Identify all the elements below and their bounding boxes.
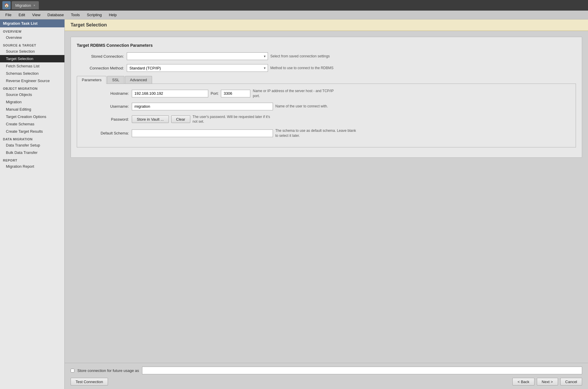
content-area: Target Selection Target RDBMS Connection… bbox=[65, 19, 588, 389]
action-buttons-row: Test Connection < Back Next > Cancel bbox=[71, 378, 582, 385]
bottom-bar: Store connection for future usage as Tes… bbox=[65, 363, 588, 389]
clear-password-button[interactable]: Clear bbox=[171, 115, 190, 123]
menu-database[interactable]: Database bbox=[44, 11, 67, 18]
sidebar-item-source-selection[interactable]: Source Selection bbox=[0, 48, 64, 55]
username-row: Username: Name of the user to connect wi… bbox=[82, 103, 571, 110]
menu-view[interactable]: View bbox=[29, 11, 43, 18]
sidebar-section-overview: OVERVIEW bbox=[0, 27, 64, 34]
sidebar-item-overview[interactable]: Overview bbox=[0, 34, 64, 41]
username-input[interactable] bbox=[132, 103, 273, 110]
connection-method-hint: Method to use to connect to the RDBMS bbox=[270, 66, 334, 71]
connection-method-label: Connection Method: bbox=[77, 66, 124, 70]
sidebar-section-report: REPORT bbox=[0, 156, 64, 163]
default-schema-hint: The schema to use as default schema. Lea… bbox=[275, 128, 358, 138]
port-label: Port: bbox=[211, 91, 219, 96]
sidebar-section-source-target: SOURCE & TARGET bbox=[0, 41, 64, 48]
password-row: Password: Store in Vault ... Clear The u… bbox=[82, 114, 571, 124]
sidebar-item-reverse-engineer[interactable]: Reverse Engineer Source bbox=[0, 77, 64, 84]
connection-method-select[interactable]: Standard (TCP/IP) Local Socket/Pipe Stan… bbox=[127, 64, 268, 72]
stored-connection-control: ▼ Select from saved connection settings bbox=[127, 52, 576, 60]
home-button[interactable]: 🏠 bbox=[2, 1, 11, 9]
panel-title: Target RDBMS Connection Parameters bbox=[77, 43, 576, 48]
hostname-hint: Name or IP address of the server host - … bbox=[253, 89, 335, 99]
main-layout: Migration Task List OVERVIEW Overview SO… bbox=[0, 19, 588, 389]
tab-advanced[interactable]: Advanced bbox=[125, 76, 152, 84]
username-label: Username: bbox=[82, 104, 129, 109]
username-hint: Name of the user to connect with. bbox=[275, 104, 328, 109]
sidebar-item-bulk-data-transfer[interactable]: Bulk Data Transfer bbox=[0, 149, 64, 156]
menu-help[interactable]: Help bbox=[106, 11, 120, 18]
connection-params-panel: Target RDBMS Connection Parameters Store… bbox=[71, 37, 582, 158]
params-tabs-bar: Parameters SSL Advanced bbox=[77, 76, 576, 84]
stored-connection-select[interactable] bbox=[127, 52, 268, 60]
hostname-label: Hostname: bbox=[82, 91, 129, 96]
menu-file[interactable]: File bbox=[2, 11, 14, 18]
sidebar-item-create-schemas[interactable]: Create Schemas bbox=[0, 120, 64, 128]
page-title: Target Selection bbox=[71, 22, 107, 27]
content-header: Target Selection bbox=[65, 19, 588, 31]
password-control: Store in Vault ... Clear The user's pass… bbox=[132, 114, 571, 124]
sidebar-item-source-objects[interactable]: Source Objects bbox=[0, 91, 64, 98]
sidebar-item-manual-editing[interactable]: Manual Editing bbox=[0, 106, 64, 113]
connection-method-select-wrapper: Standard (TCP/IP) Local Socket/Pipe Stan… bbox=[127, 64, 268, 72]
hostname-row: Hostname: Port: Name or IP address of th… bbox=[82, 89, 571, 99]
tab-close-icon[interactable]: × bbox=[33, 4, 35, 7]
back-button[interactable]: < Back bbox=[512, 378, 534, 385]
sidebar-section-object-migration: OBJECT MIGRATION bbox=[0, 84, 64, 91]
default-schema-label: Default Schema: bbox=[82, 131, 129, 135]
menu-edit[interactable]: Edit bbox=[16, 11, 28, 18]
title-bar: 🏠 Migration × bbox=[0, 0, 588, 11]
sidebar-item-data-transfer-setup[interactable]: Data Transfer Setup bbox=[0, 142, 64, 149]
password-hint: The user's password. Will be requested l… bbox=[193, 114, 275, 124]
next-button[interactable]: Next > bbox=[537, 378, 558, 385]
stored-connection-select-wrapper: ▼ bbox=[127, 52, 268, 60]
sidebar: Migration Task List OVERVIEW Overview SO… bbox=[0, 19, 65, 389]
sidebar-item-migration-report[interactable]: Migration Report bbox=[0, 163, 64, 170]
store-connection-name-input[interactable] bbox=[142, 367, 582, 374]
default-schema-control: The schema to use as default schema. Lea… bbox=[132, 128, 571, 138]
username-control: Name of the user to connect with. bbox=[132, 103, 571, 110]
hostname-input[interactable] bbox=[132, 90, 208, 97]
connection-method-row: Connection Method: Standard (TCP/IP) Loc… bbox=[77, 64, 576, 72]
sidebar-item-fetch-schemas[interactable]: Fetch Schemas List bbox=[0, 62, 64, 70]
sidebar-item-schemas-selection[interactable]: Schemas Selection bbox=[0, 70, 64, 77]
menu-bar: File Edit View Database Tools Scripting … bbox=[0, 11, 588, 19]
tab-label: Migration bbox=[15, 3, 31, 8]
hostname-port-row: Port: bbox=[132, 90, 250, 97]
cancel-button[interactable]: Cancel bbox=[560, 378, 582, 385]
sidebar-section-data-migration: DATA MIGRATION bbox=[0, 135, 64, 142]
default-schema-input[interactable] bbox=[132, 129, 273, 137]
store-connection-checkbox[interactable] bbox=[71, 369, 74, 373]
sidebar-item-target-creation-options[interactable]: Target Creation Options bbox=[0, 113, 64, 120]
tab-content-parameters: Hostname: Port: Name or IP address of th… bbox=[77, 84, 576, 147]
sidebar-header: Migration Task List bbox=[0, 19, 64, 27]
menu-tools[interactable]: Tools bbox=[68, 11, 83, 18]
nav-buttons: < Back Next > Cancel bbox=[512, 378, 582, 385]
port-input[interactable] bbox=[221, 90, 250, 97]
tab-ssl[interactable]: SSL bbox=[107, 76, 124, 84]
params-tabs-container: Parameters SSL Advanced Hostname: Port: bbox=[77, 76, 576, 147]
test-connection-button[interactable]: Test Connection bbox=[71, 378, 108, 385]
stored-connection-hint: Select from saved connection settings bbox=[270, 54, 330, 59]
store-connection-label: Store connection for future usage as bbox=[77, 368, 139, 373]
stored-connection-row: Stored Connection: ▼ Select from saved c… bbox=[77, 52, 576, 60]
connection-method-control: Standard (TCP/IP) Local Socket/Pipe Stan… bbox=[127, 64, 576, 72]
content-body: Target RDBMS Connection Parameters Store… bbox=[65, 31, 588, 363]
migration-tab[interactable]: Migration × bbox=[12, 1, 39, 9]
stored-connection-label: Stored Connection: bbox=[77, 54, 124, 59]
default-schema-row: Default Schema: The schema to use as def… bbox=[82, 128, 571, 138]
store-in-vault-button[interactable]: Store in Vault ... bbox=[132, 115, 169, 123]
sidebar-item-create-target-results[interactable]: Create Target Results bbox=[0, 128, 64, 135]
password-label: Password: bbox=[82, 117, 129, 122]
sidebar-item-target-selection[interactable]: Target Selection bbox=[0, 55, 64, 62]
store-connection-row: Store connection for future usage as bbox=[71, 367, 582, 374]
tab-parameters[interactable]: Parameters bbox=[77, 76, 106, 84]
menu-scripting[interactable]: Scripting bbox=[84, 11, 105, 18]
hostname-control: Port: Name or IP address of the server h… bbox=[132, 89, 571, 99]
sidebar-item-migration[interactable]: Migration bbox=[0, 98, 64, 106]
